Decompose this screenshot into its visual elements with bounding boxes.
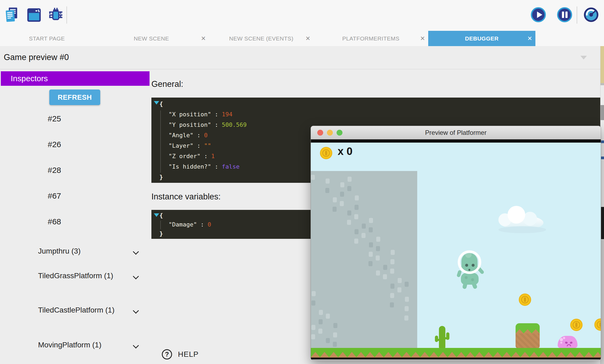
wall-tile <box>318 329 322 334</box>
tab-new-scene-events-[interactable]: NEW SCENE (EVENTS)✕ <box>209 31 314 46</box>
wall-tile <box>340 201 344 206</box>
window-icon[interactable] <box>26 7 42 23</box>
zigzag-tooth <box>320 352 329 357</box>
tab-close-icon[interactable]: ✕ <box>419 35 427 42</box>
pause-bar <box>562 12 564 18</box>
inspector-group-item[interactable]: TiledGrassPlatform (1) <box>38 268 151 295</box>
chevron-down-icon[interactable] <box>133 343 139 349</box>
wall-tile <box>325 188 329 193</box>
wall-tile <box>311 300 315 306</box>
json-key: "Layer" <box>169 142 193 149</box>
wall-tile <box>355 205 359 210</box>
group-label: MovingPlatform (1) <box>38 337 126 350</box>
preview-window[interactable]: Preview of Platformer x 0 <box>311 126 601 361</box>
json-colon: : <box>200 153 211 159</box>
play-icon[interactable] <box>531 7 546 22</box>
indent-guide <box>160 221 161 229</box>
inspector-group-item[interactable]: TiledCastlePlatform (1) <box>38 302 151 329</box>
wall-tile <box>311 325 315 330</box>
tab-close-icon[interactable]: ✕ <box>199 35 207 42</box>
inspector-instance-item[interactable]: #67 <box>0 183 150 209</box>
wall-tile <box>333 342 337 347</box>
collapse-triangle-icon[interactable] <box>154 213 159 217</box>
zigzag-tooth <box>548 352 557 357</box>
wall-tile <box>383 265 387 270</box>
tab-label: NEW SCENE (EVENTS) <box>229 35 293 42</box>
json-key: "Y position" <box>169 121 211 128</box>
tab-label: PLATFORMERITEMS <box>342 35 400 42</box>
tab-start-page[interactable]: START PAGE <box>0 31 94 46</box>
tab-close-icon[interactable]: ✕ <box>526 35 534 42</box>
wall-tile <box>340 182 344 187</box>
json-entry: "X position" : 194 <box>151 109 601 120</box>
coin-sprite <box>570 319 583 331</box>
player-character-sprite <box>457 250 483 287</box>
inspector-instance-item[interactable]: #28 <box>0 157 150 183</box>
zigzag-tooth <box>575 352 584 357</box>
zigzag-tooth <box>411 352 420 357</box>
chevron-down-icon[interactable] <box>133 273 139 280</box>
toolbar-separator <box>66 6 67 24</box>
caret-down-icon[interactable] <box>580 56 587 60</box>
tab-debugger[interactable]: DEBUGGER✕ <box>428 31 535 46</box>
wall-tile <box>347 186 351 191</box>
top-toolbar <box>0 0 604 31</box>
play-triangle <box>537 12 542 18</box>
wall-tile <box>397 287 401 292</box>
wall-tile <box>326 314 330 319</box>
json-colon: : <box>211 111 222 118</box>
wall-tile <box>369 218 373 223</box>
wall-tile <box>311 175 315 180</box>
help-button[interactable]: ? HELP <box>162 348 199 360</box>
sliver-segment <box>601 105 604 120</box>
json-value: "" <box>204 142 211 149</box>
tab-platformeritems[interactable]: PLATFORMERITEMS✕ <box>314 31 428 46</box>
zigzag-tooth <box>502 352 511 357</box>
group-label: TiledGrassPlatform (1) <box>38 268 126 280</box>
grass-platform-sprite <box>516 323 540 348</box>
zigzag-tooth <box>584 352 593 357</box>
cactus-sprite <box>435 326 449 348</box>
tab-close-icon[interactable]: ✕ <box>304 35 312 42</box>
speed-gauge-icon[interactable] <box>584 7 599 22</box>
json-key: "Angle" <box>169 132 193 139</box>
zigzag-tooth <box>539 352 548 357</box>
chevron-down-icon[interactable] <box>133 249 139 255</box>
wall-tile <box>312 291 316 296</box>
preview-window-titlebar[interactable]: Preview of Platformer <box>311 126 601 139</box>
wall-tile <box>404 315 408 321</box>
zigzag-tooth <box>530 352 539 357</box>
preview-selector-row[interactable]: Game preview #0 <box>0 46 604 69</box>
refresh-button[interactable]: REFRESH <box>49 90 100 105</box>
wall-tile <box>405 306 409 311</box>
zigzag-tooth <box>402 352 411 357</box>
sliver-segment <box>601 83 604 85</box>
tab-bar: START PAGENEW SCENE✕NEW SCENE (EVENTS)✕P… <box>0 31 604 46</box>
zigzag-tooth <box>338 352 347 357</box>
wall-tile <box>361 233 366 238</box>
json-colon: : <box>211 163 222 170</box>
inspector-group-item[interactable]: MovingPlatform (1) <box>38 337 151 354</box>
chevron-down-icon[interactable] <box>133 308 139 314</box>
wall-tile <box>311 334 315 339</box>
wall-tile <box>369 252 373 257</box>
wall-tile <box>390 284 394 289</box>
inspector-group-item[interactable]: Jumpthru (3) <box>38 243 151 260</box>
general-section-title: General: <box>151 79 183 89</box>
tab-new-scene[interactable]: NEW SCENE✕ <box>94 31 209 46</box>
collapse-triangle-icon[interactable] <box>154 101 159 105</box>
pause-icon[interactable] <box>557 7 572 22</box>
json-value: 0 <box>208 221 211 228</box>
inspector-instance-item[interactable]: #25 <box>0 106 150 132</box>
coin-slot <box>325 151 327 155</box>
wall-tile <box>333 323 337 328</box>
zigzag-tooth <box>393 352 402 357</box>
inspector-instance-item[interactable]: #26 <box>0 132 150 157</box>
debugger-bug-icon[interactable] <box>47 7 63 23</box>
zigzag-tooth <box>524 329 532 333</box>
pages-icon[interactable] <box>4 7 20 23</box>
inspector-instance-item[interactable]: #68 <box>0 209 150 235</box>
wall-tile <box>355 229 359 234</box>
game-viewport[interactable]: x 0 <box>311 143 601 358</box>
group-label: TiledCastlePlatform (1) <box>38 302 126 315</box>
